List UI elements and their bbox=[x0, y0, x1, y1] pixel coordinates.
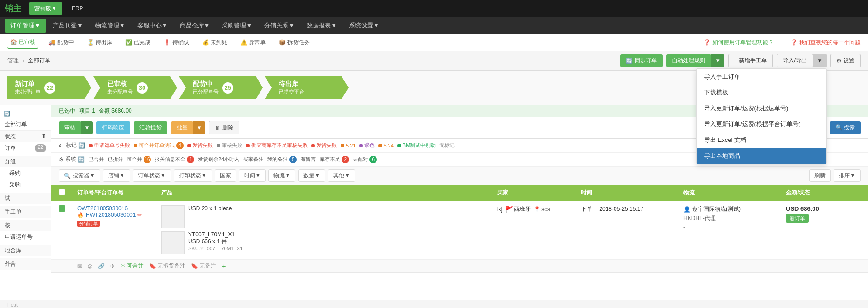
tag-bm-test[interactable]: BM测试中别动 bbox=[397, 142, 436, 149]
pipeline-audited[interactable]: 已审核 未分配单号 30 bbox=[93, 76, 177, 99]
sidebar-all-orders[interactable]: 全部订单 bbox=[0, 119, 51, 131]
search-btn[interactable]: 🔍 搜索 bbox=[830, 121, 861, 134]
nav-item-warehouse[interactable]: 商品仓库▼ bbox=[174, 19, 216, 33]
nav-item-service[interactable]: 客服中心▼ bbox=[132, 19, 173, 33]
add-manual-btn[interactable]: + 新增手工单 bbox=[728, 54, 773, 67]
sidebar-refresh[interactable]: 🔄 bbox=[0, 109, 51, 119]
system-tag-out-of-stock[interactable]: 库存不足 2 bbox=[320, 156, 349, 163]
tag-5-24[interactable]: 5.24 bbox=[378, 143, 393, 148]
row-checkbox[interactable] bbox=[59, 205, 65, 212]
system-tag-has-message[interactable]: 有留言 bbox=[301, 156, 316, 163]
tag-supplier-stock-fail[interactable]: 供应商库存不足审核失败 bbox=[246, 142, 308, 149]
sidebar-purchase2[interactable]: 采购 bbox=[0, 179, 51, 191]
pipeline-shipping[interactable]: 配货中 已分配单号 25 bbox=[179, 76, 263, 99]
auto-rule-btn[interactable]: 自动处理规则 bbox=[666, 54, 711, 67]
refresh-system-icon[interactable]: 🔄 bbox=[78, 156, 85, 163]
more-filter-btn[interactable]: 其他▼ bbox=[328, 169, 355, 182]
scan-btn[interactable]: 扫码响应 bbox=[96, 121, 130, 134]
nav-item-logistics[interactable]: 物流管理▼ bbox=[89, 19, 131, 33]
print-status-filter-btn[interactable]: 打印状态▼ bbox=[174, 169, 212, 182]
batch-dropdown-arrow[interactable]: ▼ bbox=[193, 121, 205, 134]
nav-item-settings[interactable]: 系统设置▼ bbox=[343, 19, 385, 33]
sub-nav-unpack[interactable]: 📦 拆货任务 bbox=[276, 37, 312, 48]
nav-marketing-btn[interactable]: 营销版▼ bbox=[29, 2, 62, 15]
import-export-btn[interactable]: 导入/导出 bbox=[777, 54, 813, 67]
logistics-filter-btn[interactable]: 物流▼ bbox=[268, 169, 295, 182]
bottom-icon-3[interactable]: 🔗 bbox=[98, 263, 105, 269]
system-tag-my-note[interactable]: 我的备注 5 bbox=[267, 156, 297, 163]
order-status-filter-btn[interactable]: 订单状态▼ bbox=[133, 169, 171, 182]
tag-purple[interactable]: 紫色 bbox=[359, 142, 375, 149]
tag-merge-test[interactable]: 可合并订单测试 4 bbox=[134, 142, 184, 149]
bottom-icon-2[interactable]: ◎ bbox=[88, 263, 92, 269]
pipeline-pending-out[interactable]: 待出库 已提交平台 bbox=[265, 76, 349, 99]
sub-nav-pending-out[interactable]: ⏳ 待出库 bbox=[84, 37, 115, 48]
sort-icon[interactable]: ⬆ bbox=[41, 133, 46, 139]
bottom-no-note[interactable]: 🔖 无备注 bbox=[191, 262, 216, 270]
sub-nav-confirm[interactable]: ❗ 待确认 bbox=[161, 37, 191, 48]
refresh-tag-icon[interactable]: 🔄 bbox=[78, 142, 85, 149]
sub-nav-unpaid[interactable]: 💰 未到账 bbox=[199, 37, 230, 48]
menu-item-import-order-tracking[interactable]: 导入更新订单/运费(根据运单号) bbox=[697, 100, 826, 116]
sub-nav-shipping[interactable]: 🚚 配货中 bbox=[46, 37, 76, 48]
system-tag-split[interactable]: 已拆分 bbox=[108, 156, 123, 163]
tag-audit-fail[interactable]: 审核失败 bbox=[217, 142, 242, 149]
menu-item-download-template[interactable]: 下载模板 bbox=[697, 85, 826, 100]
nav-item-distribution[interactable]: 分销关系▼ bbox=[259, 19, 300, 33]
menu-item-export-local[interactable]: 导出本地商品 bbox=[697, 148, 826, 164]
sub-nav-completed[interactable]: ✅ 已完成 bbox=[123, 37, 153, 48]
system-tag-buyer-note[interactable]: 买家备注 bbox=[243, 156, 264, 163]
nav-item-order[interactable]: 订单管理▼ bbox=[5, 19, 46, 33]
sub-nav-audited[interactable]: 🏠 已审核 bbox=[7, 36, 38, 49]
settings-btn[interactable]: ⚙ 设置 bbox=[830, 54, 861, 67]
sort-filter-btn[interactable]: 排序▼ bbox=[834, 169, 861, 182]
sync-order-btn[interactable]: 🔄 同步订单 bbox=[620, 54, 663, 67]
sub-nav-exception[interactable]: ⚠️ 异常单 bbox=[238, 37, 268, 48]
system-tag-can-merge[interactable]: 可合并 16 bbox=[127, 156, 151, 163]
nav-item-purchase[interactable]: 采购管理▼ bbox=[216, 19, 258, 33]
quantity-filter-btn[interactable]: 数量▼ bbox=[298, 169, 325, 182]
store-filter-btn[interactable]: 店铺▼ bbox=[103, 169, 130, 182]
auto-rule-dropdown-arrow[interactable]: ▼ bbox=[711, 54, 724, 67]
total-btn[interactable]: 汇总揽货 bbox=[134, 121, 167, 134]
bottom-icon-mail[interactable]: ✉ bbox=[77, 263, 82, 269]
time-filter-btn[interactable]: 时间▼ bbox=[239, 169, 266, 182]
bottom-icon-4[interactable]: ✈ bbox=[110, 263, 115, 269]
platform-order-link[interactable]: HWT201805030001 bbox=[86, 212, 136, 218]
tag-ship-fail[interactable]: 发货失败 bbox=[187, 142, 213, 149]
delete-btn[interactable]: 🗑 删除 bbox=[209, 121, 239, 134]
select-all-checkbox[interactable] bbox=[59, 189, 65, 195]
sidebar-apply-tracking[interactable]: 申请运单号 bbox=[0, 231, 51, 243]
edit-icon[interactable]: ✏ bbox=[137, 212, 142, 218]
bottom-can-merge[interactable]: ✂ 可合并 bbox=[121, 262, 144, 270]
menu-item-export-excel[interactable]: 导出 Excel 文档 bbox=[697, 132, 826, 148]
nav-item-product[interactable]: 产品刊登▼ bbox=[47, 19, 89, 33]
order-id-link[interactable]: OWT201805030016 bbox=[77, 205, 161, 212]
menu-item-import-manual[interactable]: 导入手工订单 bbox=[697, 69, 826, 85]
nav-item-data[interactable]: 数据报表▼ bbox=[301, 19, 342, 33]
country-filter-btn[interactable]: 国家 bbox=[215, 169, 236, 182]
search-filter-btn[interactable]: 🔍 搜索器▼ bbox=[59, 169, 100, 182]
nav-erp-btn[interactable]: ERP bbox=[66, 3, 89, 14]
import-export-arrow[interactable]: ▼ bbox=[813, 54, 827, 67]
menu-item-import-order-platform[interactable]: 导入更新订单/运费(根据平台订单号) bbox=[697, 116, 826, 132]
tag-apply-tracking-fail[interactable]: 申请运单号失败 bbox=[89, 142, 130, 149]
audit-dropdown-arrow[interactable]: ▼ bbox=[81, 121, 93, 134]
refresh-filter-btn[interactable]: 刷新 bbox=[809, 169, 831, 182]
tag-ship-fail2[interactable]: 发货失败 bbox=[311, 142, 337, 149]
bottom-no-unpack-note[interactable]: 🔖 无拆货备注 bbox=[149, 262, 185, 270]
system-tag-unmatched[interactable]: 未配对 6 bbox=[353, 156, 377, 163]
sub-nav-help[interactable]: ❓ 如何使用订单管理功能？ bbox=[704, 39, 773, 47]
system-tag-24h[interactable]: 发货剩余24小时内 bbox=[198, 156, 239, 163]
system-tag-merged[interactable]: 已合并 bbox=[89, 156, 104, 163]
system-tag-customs-info[interactable]: 报关信息不全 1 bbox=[155, 156, 194, 163]
sidebar-purchase[interactable]: 采购 bbox=[0, 167, 51, 179]
sub-nav-question[interactable]: ❓ 我们重视您的每一个问题 bbox=[791, 39, 861, 47]
tag-no-mark[interactable]: 无标记 bbox=[439, 142, 455, 149]
batch-btn[interactable]: 批量 bbox=[171, 121, 193, 134]
sidebar-order[interactable]: 订单 22 bbox=[0, 142, 51, 154]
tag-5-21[interactable]: 5.21 bbox=[341, 143, 355, 148]
bottom-add-icon[interactable]: + bbox=[222, 262, 226, 270]
pipeline-new-order[interactable]: 新订单 未处理订单 22 bbox=[7, 76, 91, 99]
audit-btn[interactable]: 审核 bbox=[59, 121, 81, 134]
